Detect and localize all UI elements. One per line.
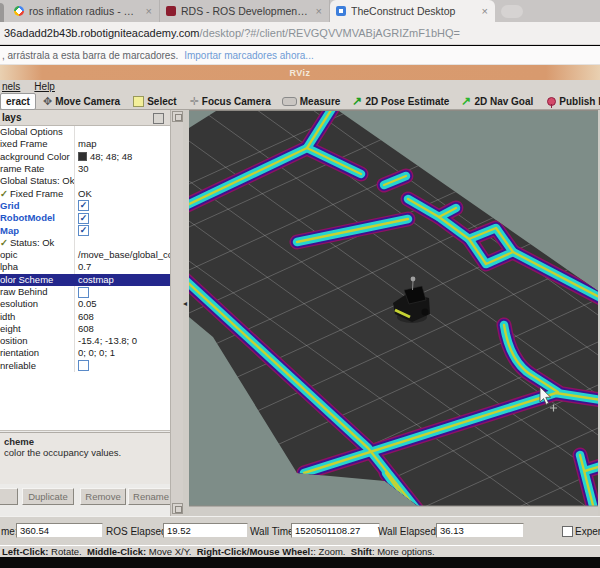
ros-elapsed-field[interactable]: 19.52 bbox=[163, 523, 248, 538]
display-row-opic[interactable]: opic/move_base/global_cos... bbox=[0, 249, 170, 261]
new-tab-button[interactable] bbox=[501, 5, 523, 18]
display-row-robotmodel[interactable]: RobotModel✓ bbox=[0, 212, 170, 224]
display-row-map[interactable]: Map✓ bbox=[0, 224, 170, 236]
wall-elapsed-field[interactable]: 36.13 bbox=[436, 523, 524, 538]
row-value[interactable]: 0.05 bbox=[74, 298, 170, 310]
row-label-text: eight bbox=[0, 323, 21, 335]
panel-scrollbar[interactable] bbox=[170, 110, 183, 516]
url-domain: 36adadd2b43b.robotigniteacademy.com bbox=[4, 27, 200, 39]
duplicate-button[interactable]: Duplicate bbox=[22, 488, 74, 505]
row-label: esolution bbox=[0, 298, 74, 310]
row-value[interactable]: 608 bbox=[74, 323, 170, 335]
display-row-lpha[interactable]: lpha0.7 bbox=[0, 261, 170, 273]
row-label-text: Status: Ok bbox=[10, 237, 54, 249]
row-value[interactable] bbox=[74, 286, 170, 298]
display-row-ackground-color[interactable]: ackground Color48; 48; 48 bbox=[0, 151, 170, 163]
menu-item-help[interactable]: Help bbox=[34, 81, 55, 92]
experimental-checkbox[interactable] bbox=[562, 526, 573, 537]
rviz-time-panel: me: 360.54 ROS Elapsed: 19.52 Wall Time:… bbox=[0, 516, 600, 545]
construct-favicon-icon bbox=[336, 6, 346, 16]
display-row-esolution[interactable]: esolution0.05 bbox=[0, 298, 170, 310]
browser-tab-3[interactable]: TheConstruct Desktop× bbox=[330, 0, 495, 22]
tool-pose-arrow-button[interactable]: 2D Pose Estimate bbox=[349, 94, 452, 109]
rename-button[interactable]: Rename bbox=[128, 488, 174, 505]
scrollbar-up-button[interactable] bbox=[172, 111, 183, 122]
browser-tab-strip: ros inflation radius - Buscar co×RDS - R… bbox=[0, 0, 600, 22]
browser-tab-2[interactable]: RDS - ROS Development Stud× bbox=[160, 0, 330, 22]
row-checkbox[interactable] bbox=[78, 360, 89, 371]
row-value[interactable]: OK bbox=[74, 187, 170, 199]
display-row-osition[interactable]: osition-15.4; -13.8; 0 bbox=[0, 335, 170, 347]
display-row-global-status-ok[interactable]: Global Status: Ok bbox=[0, 175, 170, 187]
viewport-bottom-edge bbox=[189, 506, 598, 516]
display-row-status-ok[interactable]: ✓Status: Ok bbox=[0, 237, 170, 249]
pose-arrow-icon bbox=[352, 94, 362, 108]
row-value[interactable]: ✓ bbox=[74, 200, 170, 212]
displays-panel-header[interactable]: lays bbox=[0, 110, 170, 126]
row-value[interactable]: 608 bbox=[74, 310, 170, 322]
tool-select-button[interactable]: Select bbox=[130, 94, 179, 109]
row-value[interactable] bbox=[74, 237, 170, 249]
display-row-rientation[interactable]: rientation0; 0; 0; 1 bbox=[0, 347, 170, 359]
display-row-eight[interactable]: eight608 bbox=[0, 323, 170, 335]
row-label: lpha bbox=[0, 261, 74, 273]
panel-float-button[interactable] bbox=[153, 113, 164, 124]
display-row-grid[interactable]: Grid✓ bbox=[0, 200, 170, 212]
tool-move-camera-button[interactable]: Move Camera bbox=[40, 94, 123, 109]
row-value[interactable]: /move_base/global_cos... bbox=[74, 249, 170, 261]
browser-tab-1[interactable]: ros inflation radius - Buscar co× bbox=[8, 0, 160, 22]
row-checkbox[interactable] bbox=[78, 287, 89, 298]
ros-time-field[interactable]: 360.54 bbox=[16, 523, 103, 538]
row-value[interactable]: map bbox=[74, 138, 170, 150]
menu-item-nels[interactable]: nels bbox=[2, 81, 20, 92]
wall-time-field[interactable]: 1520501108.27 bbox=[291, 523, 380, 538]
row-value[interactable] bbox=[74, 126, 170, 138]
display-row-fixed-frame[interactable]: ✓Fixed FrameOK bbox=[0, 187, 170, 199]
row-value[interactable] bbox=[74, 360, 170, 372]
display-row-global-options[interactable]: Global Options bbox=[0, 126, 170, 138]
status-segment: Middle-Click: bbox=[87, 546, 146, 557]
scrollbar-down-button[interactable] bbox=[172, 503, 183, 514]
status-segment: Rotate. bbox=[48, 546, 87, 557]
row-label: ackground Color bbox=[0, 151, 74, 163]
rviz-toolbar: eractMove CameraSelectFocus CameraMeasur… bbox=[0, 93, 600, 110]
add-button-partial[interactable] bbox=[0, 488, 18, 505]
tab-title: ros inflation radius - Buscar co bbox=[29, 5, 140, 17]
tool-nav-arrow-button[interactable]: 2D Nav Goal bbox=[458, 94, 536, 109]
bookmarks-hint-text: , arrástrala a esta barra de marcadores. bbox=[2, 50, 178, 61]
3d-viewport[interactable] bbox=[189, 110, 598, 516]
row-value[interactable]: ✓ bbox=[74, 212, 170, 224]
row-checkbox[interactable]: ✓ bbox=[78, 225, 89, 236]
row-label: ixed Frame bbox=[0, 138, 74, 150]
url-bar[interactable]: 36adadd2b43b.robotigniteacademy.com/desk… bbox=[0, 22, 600, 45]
row-value[interactable]: -15.4; -13.8; 0 bbox=[74, 335, 170, 347]
row-value[interactable] bbox=[74, 175, 170, 187]
tool-publish-point-button[interactable]: Publish Point bbox=[544, 94, 600, 109]
row-value[interactable]: 0.7 bbox=[74, 261, 170, 273]
tool-focus-camera-button[interactable]: Focus Camera bbox=[187, 94, 274, 109]
tool-measure-button[interactable]: Measure bbox=[279, 94, 344, 109]
display-row-nreliable[interactable]: nreliable bbox=[0, 360, 170, 372]
tab-close-icon[interactable]: × bbox=[315, 5, 323, 17]
tab-close-icon[interactable]: × bbox=[145, 5, 153, 17]
row-value[interactable]: 0; 0; 0; 1 bbox=[74, 347, 170, 359]
display-row-olor-scheme[interactable]: olor Schemecostmap bbox=[0, 274, 170, 286]
row-value[interactable]: ✓ bbox=[74, 224, 170, 236]
display-row-raw-behind[interactable]: raw Behind bbox=[0, 286, 170, 298]
import-bookmarks-link[interactable]: Importar marcadores ahora... bbox=[184, 50, 314, 61]
display-row-idth[interactable]: idth608 bbox=[0, 310, 170, 322]
tool-label: Focus Camera bbox=[202, 96, 271, 107]
splitter-collapse-icon[interactable]: ◂ bbox=[183, 300, 187, 308]
row-checkbox[interactable]: ✓ bbox=[78, 200, 89, 211]
tab-close-icon[interactable]: × bbox=[481, 5, 489, 17]
row-value[interactable]: 48; 48; 48 bbox=[74, 151, 170, 163]
rviz-window-titlebar[interactable]: RViz bbox=[0, 65, 600, 80]
display-row-rame-rate[interactable]: rame Rate30 bbox=[0, 163, 170, 175]
tool-interact-button[interactable]: eract bbox=[0, 93, 36, 110]
display-row-ixed-frame[interactable]: ixed Framemap bbox=[0, 138, 170, 150]
row-checkbox[interactable]: ✓ bbox=[78, 213, 89, 224]
row-value[interactable]: 30 bbox=[74, 163, 170, 175]
status-segment: Left-Click: bbox=[2, 546, 48, 557]
row-value[interactable]: costmap bbox=[74, 274, 170, 286]
remove-button[interactable]: Remove bbox=[80, 488, 126, 505]
